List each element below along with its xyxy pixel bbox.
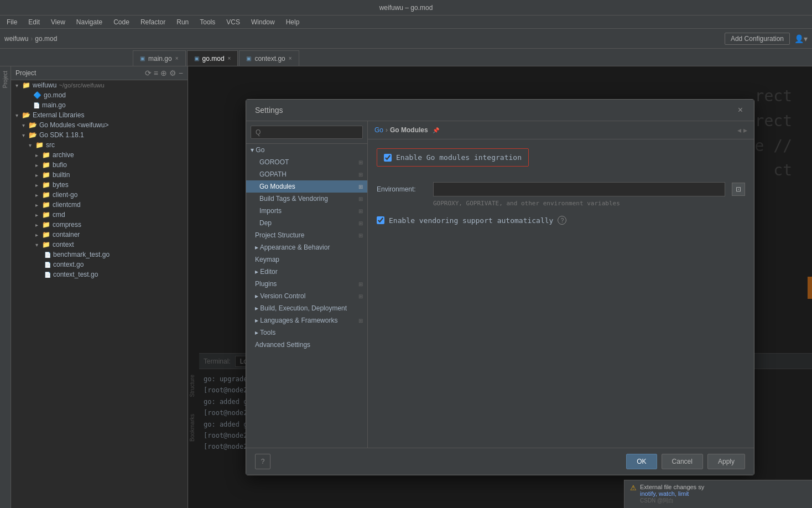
- env-hint: GOPROXY, GOPRIVATE, and other environmen…: [433, 200, 745, 207]
- plugins-icon: ⊞: [358, 281, 363, 287]
- settings-item-build-exec[interactable]: ▸ Build, Execution, Deployment: [246, 302, 367, 314]
- tree-client-go[interactable]: ▸ 📁 client-go: [11, 190, 188, 200]
- main-go-label: main.go: [42, 101, 66, 109]
- settings-item-keymap[interactable]: Keymap: [246, 253, 367, 266]
- tree-bytes[interactable]: ▸ 📁 bytes: [11, 180, 188, 190]
- settings-item-dep[interactable]: Dep ⊞: [246, 217, 367, 229]
- vendoring-help-icon[interactable]: ?: [558, 216, 566, 225]
- user-icon[interactable]: 👤▾: [794, 34, 808, 43]
- tree-clientcmd[interactable]: ▸ 📁 clientcmd: [11, 200, 188, 210]
- menu-vcs[interactable]: VCS: [224, 17, 242, 27]
- breadcrumb-go-link[interactable]: Go: [374, 126, 383, 134]
- context-test-icon: 📄: [44, 272, 51, 278]
- nav-forward-arrow[interactable]: ▸: [743, 126, 747, 134]
- tree-context[interactable]: ▾ 📁 context: [11, 240, 188, 250]
- tab-go-mod[interactable]: ▣ go.mod ×: [187, 50, 238, 66]
- tree-external-libs[interactable]: ▾ 📂 External Libraries: [11, 110, 188, 120]
- vendoring-label[interactable]: Enable vendoring support automatically: [377, 216, 553, 225]
- warning-icon: ⚠: [630, 484, 637, 492]
- tree-builtin[interactable]: ▸ 📁 builtin: [11, 170, 188, 180]
- settings-item-imports[interactable]: Imports ⊞: [246, 205, 367, 217]
- settings-item-lang-fw[interactable]: ▸ Languages & Frameworks ⊞: [246, 314, 367, 326]
- tree-container[interactable]: ▸ 📁 container: [11, 230, 188, 240]
- tree-go-sdk[interactable]: ▾ 📂 Go SDK 1.18.1: [11, 130, 188, 140]
- collapse-icon[interactable]: −: [179, 69, 183, 77]
- tree-benchmark-test[interactable]: 📄 benchmark_test.go: [11, 250, 188, 260]
- tree-root[interactable]: ▾ 📁 weifuwu ~/go/src/weifuwu: [11, 80, 188, 90]
- notif-line-2[interactable]: inotify, watch, limit: [640, 490, 806, 497]
- keymap-label: Keymap: [255, 256, 279, 263]
- cancel-button[interactable]: Cancel: [662, 454, 703, 469]
- settings-item-goroot[interactable]: GOROOT ⊞: [246, 156, 367, 168]
- settings-item-go[interactable]: ▾ Go: [246, 144, 367, 156]
- src-arrow: ▾: [29, 142, 35, 148]
- tab-main-go-close[interactable]: ×: [175, 55, 179, 61]
- tree-context-go[interactable]: 📄 context.go: [11, 260, 188, 269]
- settings-item-version-control[interactable]: ▸ Version Control ⊞: [246, 290, 367, 302]
- gear-icon[interactable]: ⚙: [169, 69, 176, 77]
- build-exec-label: ▸ Build, Execution, Deployment: [255, 304, 347, 312]
- menu-help[interactable]: Help: [284, 17, 302, 27]
- context-go-label: context.go: [53, 261, 84, 268]
- dialog-close-button[interactable]: ×: [736, 105, 745, 115]
- enable-modules-box: Enable Go modules integration: [377, 148, 529, 167]
- go-mod-file-icon: 🔷: [33, 91, 41, 99]
- tab-main-go-icon: ▣: [140, 55, 145, 61]
- tab-main-go[interactable]: ▣ main.go ×: [133, 50, 186, 66]
- tree-bufio[interactable]: ▸ 📁 bufio: [11, 160, 188, 170]
- split-icon[interactable]: ⊕: [160, 69, 167, 77]
- menu-tools[interactable]: Tools: [197, 17, 217, 27]
- settings-item-project-structure[interactable]: Project Structure ⊞: [246, 229, 367, 241]
- settings-item-go-modules[interactable]: Go Modules ⊞: [246, 180, 367, 193]
- ext-libs-arrow: ▾: [15, 112, 22, 118]
- settings-item-gopath[interactable]: GOPATH ⊞: [246, 168, 367, 180]
- vendoring-checkbox[interactable]: [377, 216, 384, 224]
- menu-code[interactable]: Code: [111, 17, 132, 27]
- settings-item-plugins[interactable]: Plugins ⊞: [246, 278, 367, 290]
- sync-icon[interactable]: ⟳: [145, 69, 152, 77]
- settings-item-advanced[interactable]: Advanced Settings: [246, 339, 367, 351]
- settings-item-appearance[interactable]: ▸ Appearance & Behavior: [246, 241, 367, 253]
- tree-archive[interactable]: ▸ 📁 archive: [11, 150, 188, 160]
- ok-button[interactable]: OK: [626, 454, 657, 469]
- ext-libs-label: External Libraries: [33, 111, 84, 119]
- environment-input[interactable]: [433, 182, 725, 196]
- menu-edit[interactable]: Edit: [26, 17, 42, 27]
- main-go-icon: 📄: [33, 102, 40, 108]
- go-mod-arrow: ▸: [27, 92, 33, 99]
- tree-go-modules-lib[interactable]: ▾ 📂 Go Modules <weifuwu>: [11, 120, 188, 130]
- menu-run[interactable]: Run: [174, 17, 191, 27]
- add-configuration-button[interactable]: Add Configuration: [725, 33, 790, 45]
- tree-compress[interactable]: ▸ 📁 compress: [11, 220, 188, 230]
- settings-item-build-tags[interactable]: Build Tags & Vendoring ⊞: [246, 193, 367, 205]
- help-button[interactable]: ?: [255, 454, 270, 469]
- menu-file[interactable]: File: [4, 17, 19, 27]
- menu-view[interactable]: View: [49, 17, 67, 27]
- settings-item-tools[interactable]: ▸ Tools: [246, 326, 367, 339]
- menu-navigate[interactable]: Navigate: [74, 17, 105, 27]
- env-expand-button[interactable]: ⊡: [732, 183, 745, 196]
- breadcrumb-pin-icon[interactable]: 📌: [433, 127, 439, 133]
- enable-modules-label[interactable]: Enable Go modules integration: [384, 153, 522, 162]
- apply-button[interactable]: Apply: [707, 454, 745, 469]
- tab-go-mod-close[interactable]: ×: [228, 55, 231, 61]
- tab-context-go-close[interactable]: ×: [289, 55, 292, 61]
- settings-item-editor[interactable]: ▸ Editor: [246, 266, 367, 278]
- tree-context-test[interactable]: 📄 context_test.go: [11, 269, 188, 279]
- settings-search-input[interactable]: [251, 126, 363, 139]
- client-go-arrow: ▸: [35, 192, 42, 198]
- menu-refactor[interactable]: Refactor: [138, 17, 168, 27]
- breadcrumb-project[interactable]: weifuwu: [4, 35, 28, 43]
- tree-main-go[interactable]: ▸ 📄 main.go: [11, 100, 188, 110]
- tree-go-mod[interactable]: ▸ 🔷 go.mod: [11, 90, 188, 100]
- tab-context-go[interactable]: ▣ context.go ×: [239, 50, 299, 66]
- tools-label: ▸ Tools: [255, 329, 275, 336]
- tree-src[interactable]: ▾ 📁 src: [11, 140, 188, 150]
- tree-cmd[interactable]: ▸ 📁 cmd: [11, 210, 188, 220]
- list-icon[interactable]: ≡: [154, 69, 158, 77]
- menu-window[interactable]: Window: [249, 17, 277, 27]
- enable-modules-checkbox[interactable]: [384, 154, 392, 162]
- breadcrumb-file[interactable]: go.mod: [35, 35, 57, 43]
- nav-back-arrow[interactable]: ◂: [737, 126, 741, 134]
- archive-arrow: ▸: [35, 152, 42, 158]
